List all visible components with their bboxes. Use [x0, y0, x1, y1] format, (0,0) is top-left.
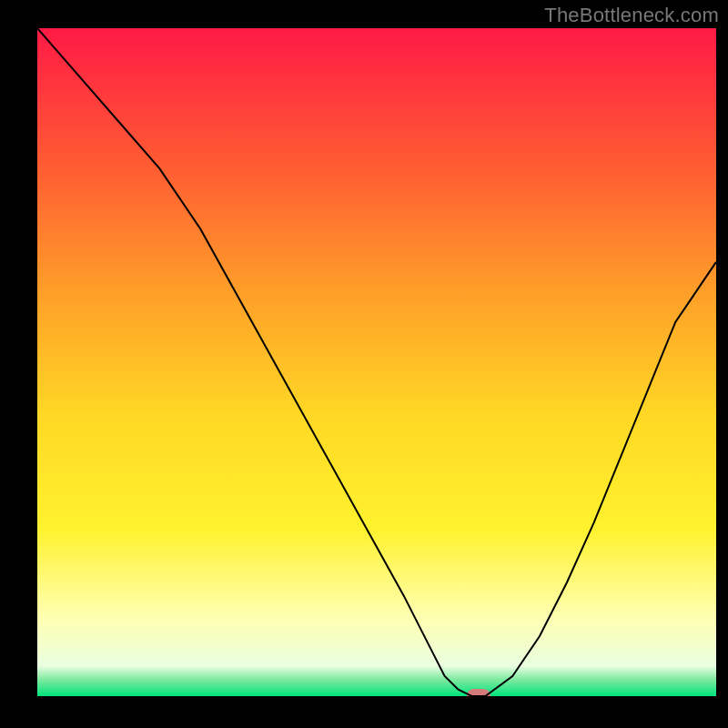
- attribution-text: TheBottleneck.com: [544, 4, 719, 27]
- gradient-background: [37, 28, 716, 696]
- chart-svg: [37, 28, 716, 696]
- plot-area: [37, 28, 716, 696]
- chart-frame: TheBottleneck.com: [0, 0, 728, 728]
